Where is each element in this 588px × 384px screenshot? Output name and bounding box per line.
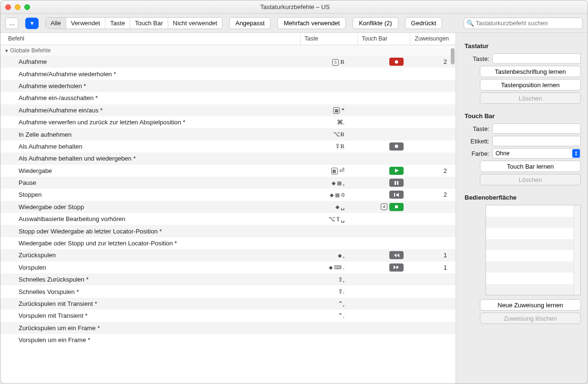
group-header[interactable]: ▾Globale Befehle: [0, 45, 456, 56]
close-icon[interactable]: [5, 4, 11, 10]
col-assignments[interactable]: Zuweisungen: [410, 33, 456, 45]
cell-touchbar: [358, 179, 410, 187]
cell-command: Zurückspulen mit Transient *: [0, 300, 301, 307]
table-row[interactable]: Aufnahme ein-/ausschalten *: [0, 92, 456, 104]
table-row[interactable]: Zurückspulen um ein Frame *: [0, 322, 456, 334]
traffic-lights: [5, 4, 30, 10]
table-row[interactable]: Schnelles Zurückspulen *⇧,: [0, 273, 456, 285]
svg-marker-10: [394, 265, 396, 269]
table-row[interactable]: Vorspulen◆⌨ .1: [0, 262, 456, 273]
label-tb-color: Farbe:: [465, 150, 489, 157]
table-row[interactable]: Zurückspulen◆ ,1: [0, 249, 456, 261]
tb-color-select[interactable]: Ohne: [492, 148, 581, 159]
table-row[interactable]: Aufnahme wiederholen *: [0, 80, 456, 92]
cell-command: Auswahlbasierte Bearbeitung vorhören: [0, 215, 301, 222]
list-scrollbar[interactable]: [574, 205, 580, 295]
table-row[interactable]: Aufnahme verwerfen und zurück zur letzte…: [0, 116, 456, 128]
conflicts-button[interactable]: Konflikte (2): [353, 17, 398, 29]
col-command[interactable]: Befehl: [0, 33, 301, 45]
select-stepper-icon[interactable]: ▲▼: [572, 149, 580, 158]
cell-key: ▦ *: [301, 106, 358, 114]
table-body[interactable]: ▾Globale BefehleAufnahme5 R2Aufnahme/Auf…: [0, 45, 456, 384]
table-row[interactable]: Schnelles Vorspulen *⇧.: [0, 285, 456, 297]
cell-key: ◆▦ 0: [301, 191, 358, 199]
table-row[interactable]: Pause◆▦ ,: [0, 177, 456, 189]
cell-command: Aufnahme/Aufnahme wiederholen *: [0, 71, 301, 78]
options-menu-button[interactable]: …: [5, 18, 19, 29]
cell-key: ⌥R: [301, 131, 358, 138]
table-row[interactable]: Wiedergabe▦ ⏎2: [0, 165, 456, 177]
section-keyboard: Tastatur: [465, 42, 581, 50]
tb-etikett-input[interactable]: [492, 136, 581, 146]
cell-key: ⇧R: [301, 142, 358, 150]
svg-marker-11: [396, 265, 399, 269]
filter-seg-taste[interactable]: Taste: [105, 18, 130, 29]
key-input[interactable]: [492, 53, 581, 64]
search-input[interactable]: [464, 18, 583, 29]
cell-command: Pause: [0, 179, 301, 186]
learn-key-label-button[interactable]: Tastenbeschriftung lernen: [480, 66, 581, 77]
table-row[interactable]: Zurückspulen mit Transient *⌃,: [0, 298, 456, 310]
minimize-icon[interactable]: [15, 4, 20, 10]
delete-key-button: Löschen: [480, 92, 581, 104]
cell-command: Schnelles Vorspulen *: [0, 288, 301, 295]
svg-rect-4: [397, 181, 398, 185]
table-row[interactable]: Wiedergabe oder Stopp◆ ␣4: [0, 201, 456, 213]
window-title: Tastaturkurzbefehle – US: [30, 3, 560, 10]
cell-touchbar: [358, 251, 410, 259]
cell-key: ▦ ⏎: [301, 167, 358, 174]
tb-key-input[interactable]: [492, 123, 581, 134]
filter-seg-nicht-verwendet[interactable]: Nicht verwendet: [168, 18, 222, 29]
table-row[interactable]: Vorspulen mit Transient *⌃.: [0, 310, 456, 322]
svg-rect-5: [394, 193, 395, 197]
cell-command: Wiedergabe oder Stopp und zur letzten Lo…: [0, 240, 301, 247]
cell-command: Stoppen: [0, 191, 301, 198]
table-row[interactable]: Als Aufnahme behalten⇧R: [0, 141, 456, 152]
cell-key: ◆▦ ,: [301, 179, 358, 187]
svg-rect-3: [395, 181, 396, 185]
custom-button[interactable]: Angepasst: [229, 17, 271, 29]
table-row[interactable]: Aufnahme5 R2: [0, 56, 456, 68]
table-row[interactable]: Vorspulen um ein Frame *: [0, 334, 456, 346]
inspector-panel: Tastatur Taste: Tastenbeschriftung lerne…: [456, 33, 588, 384]
chevron-down-icon: ▾: [5, 48, 8, 54]
table-row[interactable]: Als Aufnahme behalten und wiedergeben *: [0, 152, 456, 164]
svg-marker-9: [397, 253, 399, 257]
search-icon: 🔍: [466, 20, 474, 27]
learn-key-position-button[interactable]: Tastenposition lernen: [480, 79, 581, 91]
table-row[interactable]: In Zelle aufnehmen⌥R: [0, 128, 456, 140]
table-row[interactable]: Stoppen◆▦ 02: [0, 189, 456, 201]
zoom-icon[interactable]: [24, 4, 30, 10]
surface-assignments-list[interactable]: [486, 205, 581, 295]
filter-seg-verwendet[interactable]: Verwendet: [66, 18, 105, 29]
col-key[interactable]: Taste: [301, 33, 358, 45]
learn-new-assignment-button[interactable]: Neue Zuweisung lernen: [480, 299, 581, 311]
filter-seg-alle[interactable]: Alle: [46, 18, 66, 29]
cell-command: Wiedergabe oder Stopp: [0, 203, 301, 211]
col-touchbar[interactable]: Touch Bar: [358, 33, 410, 45]
table-row[interactable]: Aufnahme/Aufnahme ein/aus *▦ *: [0, 104, 456, 116]
scrollbar-thumb[interactable]: [451, 48, 455, 64]
cell-command: Stopp oder Wiedergabe ab letzter Locator…: [0, 228, 301, 235]
section-surface: Bedienoberfläche: [465, 194, 581, 201]
cell-touchbar: 4: [358, 203, 410, 211]
table-row[interactable]: Stopp oder Wiedergabe ab letzter Locator…: [0, 225, 456, 237]
cell-command: Vorspulen: [0, 264, 301, 271]
cell-command: Aufnahme wiederholen *: [0, 82, 301, 90]
filter-seg-touch-bar[interactable]: Touch Bar: [130, 18, 168, 29]
pressed-button[interactable]: Gedrückt: [405, 17, 443, 29]
cell-command: Vorspulen mit Transient *: [0, 312, 301, 319]
label-tb-key: Taste:: [465, 125, 489, 132]
table-row[interactable]: Wiedergabe oder Stopp und zur letzten Lo…: [0, 237, 456, 249]
toolbar: … ▾ AlleVerwendetTasteTouch BarNicht ver…: [0, 14, 588, 33]
table-row[interactable]: Auswahlbasierte Bearbeitung vorhören⌥⇧␣: [0, 213, 456, 225]
multi-used-button[interactable]: Mehrfach verwendet: [277, 17, 346, 29]
learn-touchbar-button[interactable]: Touch Bar lernen: [480, 161, 581, 172]
label-key: Taste:: [465, 55, 489, 62]
touchbar-play-icon: [389, 167, 404, 175]
filter-dropdown-button[interactable]: ▾: [25, 18, 39, 29]
svg-marker-8: [394, 253, 396, 257]
cell-assignments: 2: [410, 167, 456, 174]
table-row[interactable]: Aufnahme/Aufnahme wiederholen *: [0, 68, 456, 80]
cell-command: Aufnahme verwerfen und zurück zur letzte…: [0, 119, 301, 126]
